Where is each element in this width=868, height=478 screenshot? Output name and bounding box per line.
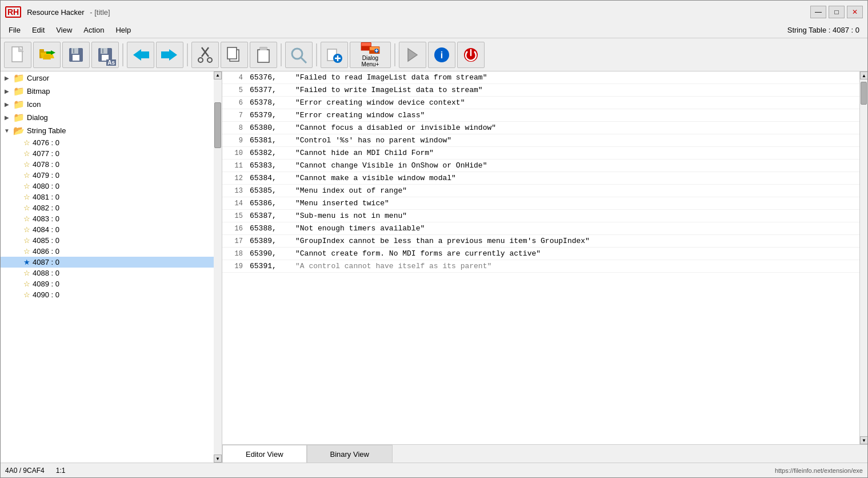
tree-item-4081[interactable]: ☆ 4081 : 0 [1, 192, 222, 202]
tab-binary-view[interactable]: Binary View [307, 445, 393, 463]
save-as-button[interactable]: As [91, 42, 119, 68]
title-bar-controls: — □ ✕ [810, 6, 863, 18]
star-icon-4090: ☆ [23, 290, 30, 299]
content-scroll-down[interactable]: ▼ [860, 436, 867, 444]
info-button[interactable]: i [428, 42, 455, 68]
tree-item-4088[interactable]: ☆ 4088 : 0 [1, 268, 222, 278]
tree-item-4078[interactable]: ☆ 4078 : 0 [1, 159, 222, 170]
cut-button[interactable] [191, 42, 219, 68]
tree-expand-icon[interactable]: ▶ [3, 101, 11, 107]
tree-item-4082[interactable]: ☆ 4082 : 0 [1, 202, 222, 213]
menu-help[interactable]: Help [110, 24, 137, 36]
toolbar-sep-3 [281, 43, 282, 66]
close-button[interactable]: ✕ [847, 6, 863, 18]
toolbar-sep-5 [394, 43, 395, 66]
row-num-18: 18 [227, 250, 243, 258]
tree-item-bitmap[interactable]: ▶ 📁 Bitmap [1, 85, 222, 98]
paste-button[interactable] [250, 42, 277, 68]
tree-item-dialog[interactable]: ▶ 📁 Dialog [1, 111, 222, 124]
tree-item-4083[interactable]: ☆ 4083 : 0 [1, 213, 222, 224]
svg-marker-6 [51, 50, 55, 55]
menu-view[interactable]: View [50, 24, 78, 36]
content-scrollbar[interactable]: ▲ ▼ [859, 71, 867, 444]
tree-item-cursor[interactable]: ▶ 📁 Cursor [1, 71, 222, 85]
tree-item-4079[interactable]: ☆ 4079 : 0 [1, 170, 222, 181]
sidebar-scroll-down[interactable]: ▼ [214, 455, 222, 463]
star-icon-4086: ☆ [23, 247, 30, 256]
open-button[interactable] [33, 42, 61, 68]
menu-action[interactable]: Action [78, 24, 110, 36]
tree-item-icon[interactable]: ▶ 📁 Icon [1, 98, 222, 111]
content-scroll-thumb[interactable] [861, 82, 867, 105]
maximize-button[interactable]: □ [829, 6, 845, 18]
power-icon [462, 46, 479, 63]
row-num-11: 11 [227, 162, 243, 170]
content-area: 4 65376, "Failed to read ImageList data … [222, 71, 867, 463]
tree-item-4084[interactable]: ☆ 4084 : 0 [1, 224, 222, 235]
row-text-16: "Not enough timers available" [295, 224, 425, 233]
row-text-9: "Control '%s' has no parent window" [295, 136, 451, 145]
tree-item-4080[interactable]: ☆ 4080 : 0 [1, 181, 222, 192]
back-button[interactable] [127, 42, 154, 68]
sidebar-scroll-track[interactable] [214, 79, 222, 455]
tree-item-4087[interactable]: ★ 4087 : 0 [1, 257, 222, 268]
tree-expand-dialog[interactable]: ▶ [3, 114, 11, 121]
row-num-6: 6 [227, 99, 243, 107]
row-id-10: 65382, [250, 149, 295, 157]
run-button[interactable] [399, 42, 426, 68]
star-icon-4083: ☆ [23, 214, 30, 223]
svg-rect-28 [260, 47, 267, 50]
open-icon [38, 47, 55, 63]
save-button[interactable] [62, 42, 90, 68]
power-button[interactable] [457, 42, 485, 68]
content-row-19: 19 65391, "A control cannot have itself … [222, 260, 859, 273]
menu-file[interactable]: File [3, 24, 26, 36]
svg-rect-7 [46, 51, 51, 54]
string-table-info: String Table : 4087 : 0 [787, 26, 865, 34]
star-icon-4080: ☆ [23, 182, 30, 190]
copy-button[interactable] [221, 42, 248, 68]
tree-label-4082: 4082 : 0 [33, 204, 59, 212]
svg-rect-3 [39, 49, 44, 52]
row-id-4: 65376, [250, 73, 295, 82]
sidebar-scroll-up[interactable]: ▲ [214, 71, 222, 79]
tree-item-4086[interactable]: ☆ 4086 : 0 [1, 246, 222, 257]
tree-item-4085[interactable]: ☆ 4085 : 0 [1, 235, 222, 246]
svg-rect-10 [73, 55, 79, 61]
row-text-19: "A control cannot have itself as its par… [295, 262, 491, 270]
tree-label-4077: 4077 : 0 [33, 149, 59, 158]
copy-icon [226, 46, 242, 63]
save-icon [68, 47, 84, 63]
find-button[interactable] [285, 42, 313, 68]
add-resource-button[interactable] [321, 42, 348, 68]
sidebar-scrollbar[interactable]: ▲ ▼ [214, 71, 222, 463]
tree-item-4090[interactable]: ☆ 4090 : 0 [1, 289, 222, 300]
tree-item-4077[interactable]: ☆ 4077 : 0 [1, 148, 222, 159]
tree-expand-bitmap[interactable]: ▶ [3, 88, 11, 94]
new-button[interactable] [4, 42, 31, 68]
tree-container[interactable]: ▶ 📁 Cursor ▶ 📁 Bitmap ▶ 📁 Icon ▶ 📁 Dialo… [1, 71, 222, 463]
row-text-17: "GroupIndex cannot be less than a previo… [295, 237, 590, 245]
content-row-9: 9 65381, "Control '%s' has no parent win… [222, 134, 859, 147]
svg-marker-16 [133, 49, 141, 61]
content-scroll-up[interactable]: ▲ [860, 71, 867, 79]
minimize-button[interactable]: — [810, 6, 826, 18]
tree-item-4089[interactable]: ☆ 4089 : 0 [1, 278, 222, 289]
content-row-18: 18 65390, "Cannot create form. No MDI fo… [222, 248, 859, 260]
content-row-5: 5 65377, "Failed to write ImageList data… [222, 84, 859, 97]
tab-editor-view[interactable]: Editor View [222, 445, 307, 463]
svg-text:i: i [441, 50, 443, 60]
forward-button[interactable] [156, 42, 183, 68]
tree-item-4076[interactable]: ☆ 4076 : 0 [1, 137, 222, 148]
row-text-7: "Error creating window class" [295, 111, 425, 120]
content-scroll-track[interactable] [860, 79, 867, 436]
svg-rect-15 [102, 49, 103, 53]
paste-icon [255, 46, 271, 63]
sidebar-scroll-thumb[interactable] [214, 102, 221, 148]
tree-expand-string-table[interactable]: ▼ [3, 128, 11, 134]
tree-expand-cursor[interactable]: ▶ [3, 75, 11, 81]
tree-item-string-table[interactable]: ▼ 📂 String Table [1, 124, 222, 137]
string-table-content[interactable]: 4 65376, "Failed to read ImageList data … [222, 71, 859, 444]
menu-edit[interactable]: Edit [26, 24, 50, 36]
dialog-menu-button[interactable]: DialogMenu+ [350, 42, 391, 68]
